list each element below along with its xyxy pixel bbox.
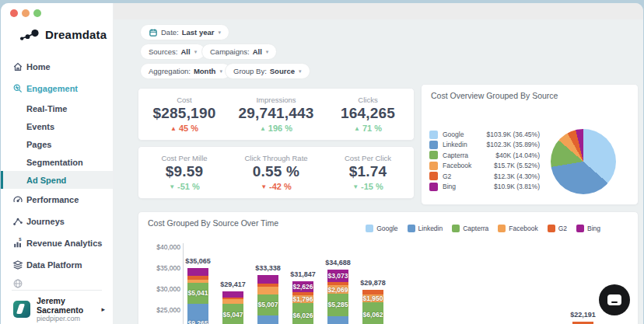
- sidebar-item-real-time[interactable]: Real-Time: [1, 99, 113, 117]
- pie-legend-item-linkedin[interactable]: Linkedin$102.3K (35.89%): [429, 140, 540, 149]
- bar-legend-item-google[interactable]: Google: [366, 225, 397, 232]
- sources-filter-value: All: [181, 47, 191, 56]
- pie-legend-item-bing[interactable]: Bing$10.9K (3.81%): [429, 182, 540, 191]
- bar-segment-facebook[interactable]: $1,796: [292, 295, 313, 303]
- bar-segment-capterra[interactable]: $5,047: [222, 304, 243, 324]
- legend-swatch: [498, 225, 506, 232]
- sources-filter-label: Sources:: [149, 47, 178, 56]
- data-platform-icon: [12, 260, 23, 270]
- window-zoom-button[interactable]: [33, 9, 41, 17]
- bar-segment-label: $2,626: [293, 283, 313, 291]
- sidebar-item-label: Events: [26, 122, 54, 131]
- sidebar-item-label: Home: [26, 62, 51, 71]
- kpi-cost: Cost$285,190▲45 %: [138, 89, 230, 140]
- sidebar-item-engagement[interactable]: Engagement: [1, 78, 113, 99]
- profile-expand-caret[interactable]: ▸: [101, 305, 105, 313]
- bar-chart-legend: GoogleLinkedinCapterraFacebookG2Bing: [366, 225, 600, 232]
- app-window: Dreamdata HomeEngagementReal-TimeEventsP…: [1, 3, 643, 324]
- kpi-value: 164,265: [322, 105, 414, 122]
- kpi-delta: ▼-51 %: [138, 182, 230, 191]
- sidebar: Dreamdata HomeEngagementReal-TimeEventsP…: [1, 3, 114, 324]
- performance-icon: [12, 194, 23, 205]
- bar-segment-bing[interactable]: $2,626: [292, 281, 313, 292]
- chat-launcher-button[interactable]: [599, 284, 630, 315]
- engagement-icon: [12, 83, 23, 94]
- y-axis-tick-label: $35,000: [148, 264, 180, 272]
- date-filter[interactable]: Date: Last year ▾: [140, 24, 229, 40]
- chevron-down-icon: ▾: [299, 68, 302, 75]
- bar-segment-capterra[interactable]: $6,062: [362, 302, 383, 324]
- bar-legend-item-facebook[interactable]: Facebook: [498, 225, 537, 232]
- kpi-cost-per-mille: Cost Per Mille$9.59▼-51 %: [138, 147, 230, 198]
- window-controls: [10, 9, 41, 17]
- pie-legend-item-google[interactable]: Google$103.9K (36.45%): [429, 130, 540, 139]
- legend-value: $40K (14.04%): [495, 152, 540, 159]
- bar-segment-facebook[interactable]: [257, 287, 278, 294]
- chevron-down-icon: ▾: [194, 49, 198, 55]
- bar-segment-capterra[interactable]: $5,007: [257, 294, 278, 315]
- main-content: Date: Last year ▾ Sources: All ▾ Campaig…: [114, 19, 643, 324]
- bar-legend-item-bing[interactable]: Bing: [576, 225, 600, 232]
- legend-label: G2: [558, 225, 567, 232]
- bar-segment-capterra[interactable]: $5,041: [187, 283, 208, 304]
- kpi-label: Cost: [138, 96, 230, 104]
- sidebar-item-partial-item[interactable]: [1, 276, 113, 291]
- kpi-value: $285,190: [138, 105, 230, 122]
- pie-legend-item-facebook[interactable]: Facebook$15.7K (5.52%): [429, 161, 540, 170]
- avatar: [13, 301, 30, 318]
- dreamdata-logo[interactable]: Dreamdata: [19, 28, 107, 41]
- bar-total-label: $29,878: [350, 279, 397, 287]
- kpi-value: $9.59: [138, 163, 230, 180]
- bar-segment-facebook[interactable]: $1,950: [362, 294, 383, 303]
- sidebar-item-performance[interactable]: Performance: [1, 189, 113, 211]
- legend-swatch: [429, 183, 438, 191]
- pie-legend-item-capterra[interactable]: Capterra$40K (14.04%): [429, 151, 540, 160]
- sidebar-item-events[interactable]: Events: [1, 117, 113, 135]
- pie-legend-item-g2[interactable]: G2$12.3K (4.30%): [429, 172, 540, 181]
- sidebar-item-pages[interactable]: Pages: [1, 135, 113, 153]
- window-minimize-button[interactable]: [22, 9, 30, 17]
- arrow-up-icon: ▲: [354, 125, 360, 132]
- bar-legend-item-g2[interactable]: G2: [548, 225, 567, 232]
- legend-value: $103.9K (36.45%): [486, 131, 540, 138]
- kpi-value: 0.55 %: [230, 163, 322, 180]
- user-profile[interactable]: Jeremy Sacramento piedpiper.com ▸: [1, 295, 113, 323]
- bar-segment-label: $5,047: [223, 311, 243, 319]
- sidebar-item-home[interactable]: Home: [1, 56, 113, 78]
- cost-over-time-card: Cost Grouped By Source Over Time GoogleL…: [138, 211, 639, 324]
- sidebar-item-journeys[interactable]: Journeys: [1, 211, 113, 232]
- group-by-filter[interactable]: Group By: Source ▾: [225, 63, 310, 79]
- window-close-button[interactable]: [10, 9, 18, 17]
- cost-overview-pie-chart[interactable]: [551, 129, 616, 194]
- sidebar-item-ad-spend[interactable]: Ad Spend: [1, 171, 113, 189]
- bar-segment-bing[interactable]: [257, 275, 278, 284]
- bar-segment-bing[interactable]: [187, 268, 208, 277]
- sources-filter[interactable]: Sources: All ▾: [140, 44, 205, 60]
- bar-segment-capterra[interactable]: $6,026: [292, 303, 313, 324]
- bar-segment-linkedin[interactable]: $9,265: [187, 304, 208, 324]
- sidebar-item-segmentation[interactable]: Segmentation: [1, 153, 113, 171]
- bar-segment-bing[interactable]: [222, 291, 243, 298]
- sidebar-item-label: Ad Spend: [26, 176, 66, 185]
- sidebar-item-revenue-analytics[interactable]: $Revenue Analytics: [1, 232, 113, 254]
- sidebar-item-data-platform[interactable]: Data Platform: [1, 254, 113, 276]
- sidebar-item-label: Pages: [26, 140, 51, 149]
- kpi-clicks: Clicks164,265▲71 %: [322, 89, 414, 140]
- y-axis-tick-label: $30,000: [148, 285, 180, 293]
- svg-text:$: $: [19, 238, 22, 242]
- kpi-card-row-2: Cost Per Mille$9.59▼-51 %Click Through R…: [138, 146, 415, 199]
- bar-segment-bing[interactable]: $3,073: [327, 270, 348, 283]
- sidebar-item-label: Journeys: [26, 217, 65, 226]
- bar-segment-capterra[interactable]: $5,285: [327, 294, 348, 316]
- bar-legend-item-linkedin[interactable]: Linkedin: [408, 225, 443, 232]
- bar-legend-item-capterra[interactable]: Capterra: [452, 225, 488, 232]
- bar-segment-linkedin[interactable]: [257, 315, 278, 324]
- campaigns-filter[interactable]: Campaigns: All ▾: [201, 44, 277, 60]
- bar-segment-facebook[interactable]: $2,069: [327, 285, 348, 294]
- legend-value: $102.3K (35.89%): [486, 141, 540, 148]
- calendar-icon: [149, 28, 158, 37]
- legend-swatch: [429, 131, 438, 139]
- y-axis-tick-label: $25,000: [148, 306, 180, 314]
- bar-segment-linkedin[interactable]: [327, 316, 348, 324]
- aggregation-filter[interactable]: Aggregation: Month ▾: [140, 63, 231, 79]
